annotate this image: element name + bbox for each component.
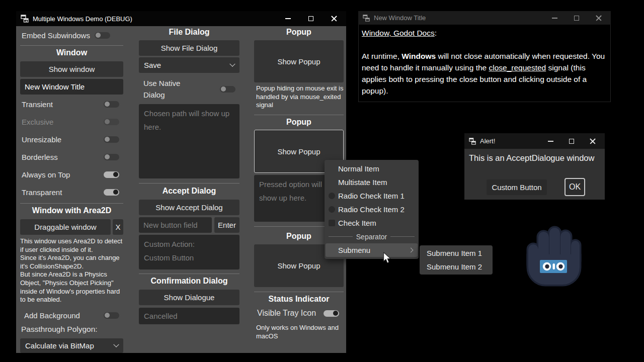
always-on-top-toggle[interactable]: [104, 171, 119, 178]
passthrough-dropdown[interactable]: Calculate via BitMap: [20, 338, 123, 353]
add-background-label: Add Background: [24, 311, 80, 320]
draggable-row: Draggable window X: [20, 219, 123, 235]
confirmation-dialog-header: Confirmation Dialog: [139, 277, 239, 286]
separator: [20, 45, 123, 46]
show-dialogue-button[interactable]: Show Dialogue: [139, 290, 239, 305]
main-titlebar: Multiple Windows Demo (DEBUG): [16, 11, 346, 26]
file-mode-value: Save: [144, 61, 161, 69]
alert-titlebar: Alert!: [464, 133, 605, 149]
separator-line: [390, 236, 415, 237]
add-background-toggle[interactable]: [104, 312, 119, 319]
separator: [20, 203, 123, 204]
menu-item-submenu[interactable]: Submenu: [326, 243, 418, 257]
menu-item-label: Radio Check Item 1: [338, 192, 405, 200]
submenu-item-2[interactable]: Submenu Item 2: [420, 260, 493, 274]
popup1-header: Popup: [254, 28, 344, 37]
minimize-button[interactable]: [280, 18, 295, 19]
desktop: Multiple Windows Demo (DEBUG) Embed Subw…: [0, 0, 644, 362]
maximize-button[interactable]: [569, 16, 584, 21]
window-section-header: Window: [20, 48, 123, 57]
alert-window: Alert! This is an AcceptDialogue window …: [464, 133, 605, 200]
minimize-icon: [285, 18, 291, 19]
ok-button[interactable]: OK: [565, 178, 585, 196]
close-button[interactable]: [585, 138, 600, 144]
maximize-icon: [574, 16, 579, 21]
menu-item-label: Check Item: [338, 219, 376, 227]
draggable-window-button[interactable]: Draggable window: [20, 219, 111, 235]
menu-item-normal[interactable]: Normal Item: [325, 162, 419, 175]
close-button[interactable]: [591, 15, 606, 21]
maximize-icon: [569, 139, 574, 144]
enter-button[interactable]: Enter: [214, 217, 239, 233]
exclusive-toggle: [104, 119, 119, 125]
main-content: Embed Subwindows Window Show window Tran…: [16, 26, 346, 353]
show-accept-dialog-button[interactable]: Show Accept Dialog: [139, 200, 239, 215]
tray-icon-label: Visible Tray Icon: [257, 309, 316, 318]
minimize-button[interactable]: [547, 18, 562, 19]
passthrough-dropdown-value: Calculate via BitMap: [25, 341, 94, 350]
unresizable-toggle[interactable]: [104, 136, 119, 143]
submenu-item-1[interactable]: Submenu Item 1: [420, 246, 493, 260]
separator: [139, 183, 239, 184]
transient-toggle[interactable]: [104, 101, 119, 108]
embed-subwindows-label: Embed Subwindows: [22, 31, 90, 40]
window-title-field-wrap: [20, 79, 123, 95]
column-window-settings: Embed Subwindows Window Show window Tran…: [20, 26, 123, 353]
toggle-knob: [113, 172, 118, 177]
chevron-down-icon: [113, 341, 119, 347]
file-mode-dropdown[interactable]: Save: [139, 57, 239, 73]
show-file-dialog-button[interactable]: Show File Dialog: [139, 40, 239, 56]
new-button-row: Enter: [139, 217, 239, 233]
window-title-input[interactable]: [20, 79, 123, 95]
transient-label: Transient: [22, 100, 53, 109]
tray-icon-row: Visible Tray Icon: [254, 307, 344, 320]
maximize-button[interactable]: [564, 139, 579, 144]
unresizable-row: Unresizable: [20, 133, 123, 145]
toggle-knob: [105, 313, 110, 318]
separator: [139, 274, 239, 274]
always-on-top-row: Always on Top: [20, 168, 123, 180]
passthrough-label: Passthrough Polygon:: [20, 325, 123, 334]
separator: [254, 115, 344, 115]
chevron-down-icon: [229, 61, 235, 66]
alert-content: This is an AcceptDialogue window Custom …: [464, 149, 605, 200]
accept-dialog-header: Accept Dialog: [139, 187, 239, 196]
mouse-cursor-icon: [383, 252, 391, 264]
menu-item-check[interactable]: Check Item: [325, 216, 419, 230]
always-on-top-label: Always on Top: [22, 170, 70, 179]
doc-window: New Window Title Window, Godot Docs: At …: [358, 11, 611, 102]
show-popup-button-1[interactable]: Show Popup: [254, 40, 344, 82]
draggable-close-button[interactable]: X: [113, 219, 123, 235]
area2d-section-header: Window with Area2D: [20, 206, 123, 215]
maximize-button[interactable]: [303, 16, 318, 21]
close-icon: [596, 15, 602, 21]
transient-row: Transient: [20, 98, 123, 110]
menu-item-multistate[interactable]: Multistate Item: [325, 175, 419, 189]
borderless-toggle[interactable]: [104, 154, 119, 160]
transparent-toggle[interactable]: [104, 189, 119, 196]
toggle-knob: [113, 190, 118, 195]
embed-subwindows-toggle[interactable]: [95, 32, 110, 39]
transparent-row: Transparent: [20, 186, 123, 198]
close-icon: [590, 138, 596, 144]
borderless-label: Borderless: [22, 153, 58, 161]
native-dialog-label: Use Native Dialog: [143, 77, 200, 101]
native-dialog-toggle[interactable]: [220, 86, 235, 93]
close-button[interactable]: [327, 16, 342, 22]
menu-separator: Separator: [325, 230, 419, 243]
embed-subwindows-row: Embed Subwindows: [20, 29, 123, 41]
doc-link[interactable]: Window, Godot Docs: [362, 29, 435, 37]
custom-button[interactable]: Custom Button: [487, 179, 547, 195]
doc-body-text: At runtime,: [362, 52, 401, 60]
toggle-knob: [333, 311, 338, 316]
doc-window-title: New Window Title: [374, 14, 426, 22]
close-icon: [331, 16, 337, 22]
menu-item-radio-2[interactable]: Radio Check Item 2: [325, 203, 419, 216]
menu-item-radio-1[interactable]: Radio Check Item 1: [325, 189, 419, 203]
minimize-button[interactable]: [543, 141, 558, 142]
tray-icon-toggle[interactable]: [324, 310, 339, 317]
new-button-field[interactable]: [139, 217, 212, 233]
show-window-button[interactable]: Show window: [20, 61, 123, 77]
menu-separator-label: Separator: [356, 233, 387, 241]
doc-body-underline: close_requested: [489, 63, 546, 72]
